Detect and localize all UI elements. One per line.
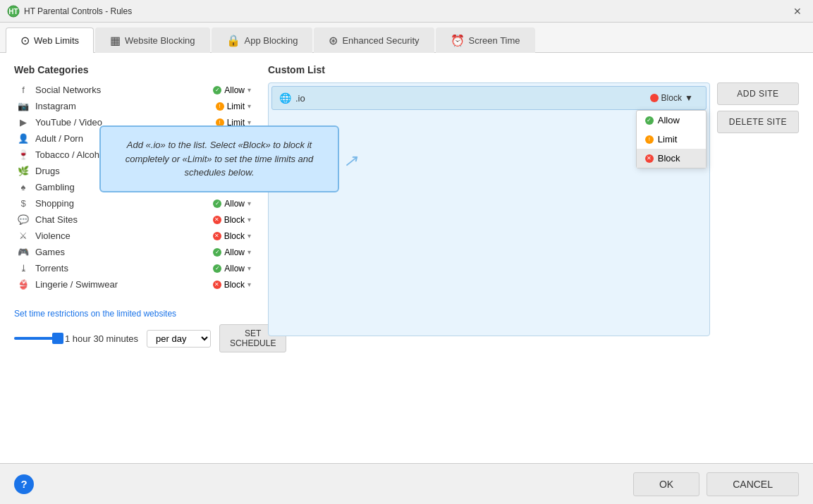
cat-left: 👙 Lingerie / Swimwear — [17, 279, 118, 290]
block-dropdown[interactable]: Block ▼ — [644, 91, 699, 105]
cat-left: ⤓ Torrents — [17, 263, 68, 273]
chevron-down-icon[interactable]: ▾ — [247, 281, 251, 288]
tab-app-blocking[interactable]: 🔒 App Blocking — [212, 27, 313, 53]
time-slider[interactable] — [14, 337, 56, 340]
cat-left: 🌿 Drugs — [17, 166, 60, 176]
titlebar: HT HT Parental Controls - Rules ✕ — [0, 0, 813, 23]
cat-right: ✓ Allow ▾ — [213, 247, 251, 257]
delete-site-button[interactable]: DELETE SITE — [717, 111, 799, 133]
status-dot: ✕ — [213, 232, 221, 240]
block-dot — [650, 94, 659, 102]
chevron-down-icon[interactable]: ▾ — [247, 232, 251, 240]
status-text: Allow — [224, 264, 245, 273]
app-icon: HT — [7, 5, 20, 18]
bottom-bar: ? OK CANCEL — [0, 463, 813, 504]
right-panel-inner: 🌐 Block ▼ ✓ Allow — [268, 82, 799, 336]
chevron-down-icon[interactable]: ▾ — [247, 248, 251, 256]
callout-text: Add «.io» to the list. Select «Block» to… — [126, 140, 314, 178]
cat-icon: 👤 — [17, 133, 30, 144]
category-row: ⚔ Violence ✕ Block ▾ — [14, 228, 254, 243]
block-dot-menu: ✕ — [645, 154, 654, 163]
web-limits-icon: ⊙ — [20, 34, 30, 47]
time-section: Set time restrictions on the limited web… — [14, 300, 254, 352]
limit-dot: ! — [645, 135, 654, 144]
cat-icon: ⚔ — [17, 231, 30, 241]
web-categories-title: Web Categories — [14, 64, 254, 75]
right-panel: Custom List 🌐 Block ▼ — [268, 64, 799, 452]
site-input[interactable] — [295, 93, 644, 104]
cat-left: 🍷 Tobacco / Alcohol — [17, 149, 106, 160]
ok-button[interactable]: OK — [633, 472, 699, 496]
left-panel: Web Categories f Social Networks ✓ Allow… — [14, 64, 254, 452]
chevron-down-icon[interactable]: ▾ — [247, 86, 251, 94]
list-buttons: ADD SITE DELETE SITE — [717, 82, 799, 336]
site-input-area: 🌐 — [279, 92, 644, 104]
tab-screen-time-label: Screen Time — [469, 35, 520, 46]
cat-icon: ⤓ — [17, 263, 30, 273]
custom-list-row: 🌐 Block ▼ ✓ Allow — [271, 86, 707, 110]
window-title: HT Parental Controls - Rules — [24, 6, 132, 16]
tab-website-blocking-label: Website Blocking — [125, 35, 195, 46]
status-dot: ✕ — [213, 281, 221, 289]
cat-left: 🎮 Games — [17, 247, 65, 257]
close-button[interactable]: ✕ — [789, 4, 806, 18]
chevron-down-icon[interactable]: ▾ — [247, 102, 251, 110]
svg-text:HT: HT — [8, 8, 18, 16]
time-controls: 1 hour 30 minutes per day per week SET S… — [14, 324, 254, 352]
category-row: 💬 Chat Sites ✕ Block ▾ — [14, 212, 254, 227]
callout-tooltip: Add «.io» to the list. Select «Block» to… — [99, 125, 339, 192]
category-row: 👙 Lingerie / Swimwear ✕ Block ▾ — [14, 277, 254, 292]
dropdown-chevron-icon: ▼ — [685, 93, 693, 103]
cat-name: Lingerie / Swimwear — [35, 279, 118, 290]
enhanced-security-icon: ⊛ — [329, 34, 338, 47]
cat-right: ✓ Allow ▾ — [213, 264, 251, 273]
time-label-start: Set time restrictions on the — [14, 309, 116, 319]
time-restrictions-label: Set time restrictions on the limited web… — [14, 309, 254, 319]
cat-name: Games — [35, 247, 65, 257]
category-row: 🎮 Games ✓ Allow ▾ — [14, 245, 254, 259]
chevron-down-icon[interactable]: ▾ — [247, 264, 251, 272]
add-site-button[interactable]: ADD SITE — [717, 82, 799, 105]
status-dot: ✓ — [213, 264, 221, 273]
cat-right: ✕ Block ▾ — [213, 231, 251, 241]
allow-dot: ✓ — [645, 116, 654, 125]
cat-left: 💬 Chat Sites — [17, 214, 78, 225]
cat-name: Torrents — [35, 263, 68, 273]
tab-web-limits-label: Web Limits — [34, 35, 79, 46]
status-text: Allow — [224, 199, 245, 209]
tab-web-limits[interactable]: ⊙ Web Limits — [6, 27, 94, 53]
cat-name: Gambling — [35, 182, 75, 192]
bottom-actions: OK CANCEL — [633, 472, 799, 496]
dropdown-block[interactable]: ✕ Block — [637, 149, 706, 168]
dropdown-block-label: Block — [658, 153, 680, 164]
status-text: Block — [224, 215, 245, 225]
globe-icon: 🌐 — [279, 92, 291, 104]
dropdown-allow[interactable]: ✓ Allow — [637, 111, 706, 130]
status-dot: ✓ — [213, 86, 221, 94]
cat-name: Instagram — [35, 101, 76, 111]
tab-enhanced-security[interactable]: ⊛ Enhanced Security — [314, 27, 434, 53]
cat-left: 👤 Adult / Porn — [17, 133, 83, 144]
chevron-down-icon[interactable]: ▾ — [247, 216, 251, 223]
cancel-button[interactable]: CANCEL — [707, 472, 799, 496]
cat-name: Drugs — [35, 166, 60, 176]
slider-thumb[interactable] — [52, 333, 63, 344]
tab-website-blocking[interactable]: ▦ Website Blocking — [95, 27, 209, 53]
cat-name: YouTube / Video — [35, 117, 102, 128]
main-content: Web Categories f Social Networks ✓ Allow… — [0, 53, 813, 463]
status-dot: ✕ — [213, 216, 221, 224]
category-row: ⤓ Torrents ✓ Allow ▾ — [14, 261, 254, 276]
status-text: Allow — [224, 85, 245, 95]
chevron-down-icon[interactable]: ▾ — [247, 199, 251, 207]
dropdown-limit[interactable]: ! Limit — [637, 130, 706, 149]
tab-screen-time[interactable]: ⏰ Screen Time — [436, 27, 535, 53]
custom-list-container: 🌐 Block ▼ ✓ Allow — [268, 82, 710, 336]
cat-left: ▶ YouTube / Video — [17, 117, 102, 128]
custom-list-title: Custom List — [268, 64, 799, 75]
status-dot: ✓ — [213, 199, 221, 208]
per-day-select[interactable]: per day per week — [147, 330, 211, 348]
help-button[interactable]: ? — [14, 474, 34, 494]
time-value: 1 hour 30 minutes — [65, 333, 138, 344]
cat-icon: 📷 — [17, 101, 30, 111]
app-blocking-icon: 🔒 — [226, 34, 240, 47]
